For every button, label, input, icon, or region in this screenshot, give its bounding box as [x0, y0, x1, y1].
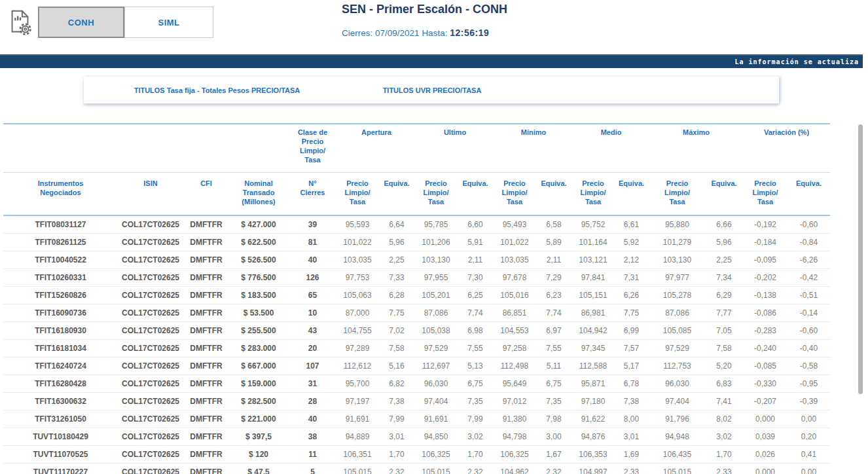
cell-variacion-equiva: 0,00 — [787, 463, 830, 474]
cell-medio-equiva: 3,01 — [613, 428, 649, 445]
cell-minimo-precio: 106,325 — [494, 445, 535, 463]
cell-ultimo-equiva: 5,91 — [456, 233, 494, 251]
closures-line: Cierres: 07/09/2021 Hasta: 12:56:19 — [342, 27, 708, 38]
header-minimo-equiva: Equiva. — [535, 172, 573, 215]
cell-nominal: $ 282.500 — [229, 392, 288, 410]
instruments-table-wrap: Clase de Precio Limpio/ Tasa Apertura Ul… — [3, 123, 830, 474]
cell-instrumento: TFIT08261125 — [3, 233, 118, 251]
table-row[interactable]: TFIT08031127COL17CT02625DMFTFR$ 427.0003… — [3, 215, 830, 233]
cell-cierres: 31 — [288, 374, 337, 392]
cell-isin: COL17CT02625 — [118, 215, 183, 233]
table-row[interactable]: TUVT10180429COL17CT02625DMFTFR$ 397,5389… — [3, 428, 830, 445]
cell-maximo-equiva: 7,34 — [705, 268, 743, 286]
cell-maximo-equiva: 6,83 — [705, 374, 743, 392]
cell-variacion-equiva: 0,00 — [787, 410, 830, 428]
siml-button[interactable]: SIML — [124, 7, 213, 38]
header-cfi: CFI — [183, 172, 229, 215]
table-row[interactable]: TUVT11070525COL17CT02625DMFTFR$ 12011106… — [3, 445, 830, 463]
table-row[interactable]: TFIT16090736COL17CT02625DMFTFR$ 53.50010… — [3, 304, 830, 321]
cell-isin: COL17CT02625 — [118, 268, 183, 286]
cell-apertura-equiva: 7,02 — [378, 321, 416, 339]
table-row[interactable]: TFIT16181034COL17CT02625DMFTFR$ 283.0002… — [3, 339, 830, 357]
cell-cierres: 81 — [288, 233, 337, 251]
cell-maximo-precio: 95,880 — [649, 215, 705, 233]
cell-apertura-equiva: 2,25 — [378, 251, 416, 268]
vertical-scrollbar[interactable] — [858, 105, 863, 474]
cell-minimo-precio: 86,851 — [494, 304, 535, 321]
tab-titulos-tasa-fija[interactable]: TITULOS Tasa fija - Totales Pesos PRECIO… — [84, 77, 350, 103]
sheet-tabbar: TITULOS Tasa fija - Totales Pesos PRECIO… — [84, 77, 779, 103]
table-row[interactable]: TFIT16280428COL17CT02625DMFTFR$ 159.0003… — [3, 374, 830, 392]
table-row[interactable]: TFIT16180930COL17CT02625DMFTFR$ 255.5004… — [3, 321, 830, 339]
cell-ultimo-precio: 101,206 — [416, 233, 456, 251]
cell-instrumento: TFIT16300632 — [3, 392, 118, 410]
cell-minimo-precio: 94,798 — [494, 428, 535, 445]
cell-variacion-precio: 0,000 — [743, 463, 787, 474]
cell-ultimo-equiva: 6,98 — [456, 321, 494, 339]
cell-medio-equiva: 8,00 — [613, 410, 649, 428]
cell-medio-precio: 103,121 — [573, 251, 613, 268]
table-row[interactable]: TFIT10260331COL17CT02625DMFTFR$ 776.5001… — [3, 268, 830, 286]
report-settings-icon[interactable] — [5, 8, 35, 38]
cell-medio-precio: 97,345 — [573, 339, 613, 357]
cell-instrumento: TFIT10260331 — [3, 268, 118, 286]
cell-maximo-precio: 97,977 — [649, 268, 705, 286]
cell-apertura-precio: 101,022 — [337, 233, 378, 251]
cell-cfi: DMFTFR — [183, 321, 229, 339]
cell-variacion-precio: -0,086 — [743, 304, 787, 321]
cell-apertura-precio: 106,351 — [337, 445, 378, 463]
ticker-text: La información se actualiza — [0, 56, 863, 68]
header-group-apertura: Apertura — [337, 124, 416, 172]
cell-maximo-precio: 106,435 — [649, 445, 705, 463]
cell-cfi: DMFTFR — [183, 357, 229, 374]
cell-variacion-equiva: 0,20 — [787, 428, 830, 445]
cell-minimo-equiva: 7,74 — [535, 304, 573, 321]
cell-apertura-equiva: 3,01 — [378, 428, 416, 445]
vertical-scrollbar-thumb[interactable] — [858, 124, 863, 394]
sen-window: CONH SIML SEN - Primer Escalón - CONH Ci… — [0, 0, 868, 474]
header-cierres: N° Cierres — [288, 172, 337, 215]
cell-variacion-precio: -0,330 — [743, 374, 787, 392]
table-row[interactable]: TFIT15260826COL17CT02625DMFTFR$ 183.5006… — [3, 286, 830, 304]
cell-cfi: DMFTFR — [183, 268, 229, 286]
cell-medio-equiva: 2,12 — [613, 251, 649, 268]
table-row[interactable]: TFIT16300632COL17CT02625DMFTFR$ 282.5002… — [3, 392, 830, 410]
table-row[interactable]: TFIT08261125COL17CT02625DMFTFR$ 622.5008… — [3, 233, 830, 251]
header-group-maximo: Máximo — [649, 124, 743, 172]
cell-variacion-precio: 0,039 — [743, 428, 787, 445]
conh-button[interactable]: CONH — [38, 7, 124, 38]
cell-apertura-precio: 105,015 — [337, 463, 378, 474]
cell-medio-precio: 95,871 — [573, 374, 613, 392]
cell-cierres: 10 — [288, 304, 337, 321]
cell-isin: COL17CT02625 — [118, 286, 183, 304]
table-row[interactable]: TUVT11170227COL17CT02625DMFTFR$ 47,55105… — [3, 463, 830, 474]
cell-apertura-precio: 87,000 — [337, 304, 378, 321]
table-row[interactable]: TFIT31261050COL17CT02625DMFTFR$ 221.0004… — [3, 410, 830, 428]
cell-ultimo-precio: 105,201 — [416, 286, 456, 304]
cell-ultimo-equiva: 7,74 — [456, 304, 494, 321]
tab-titulos-uvr[interactable]: TITULOS UVR PRECIO/TASA — [350, 77, 514, 103]
cell-apertura-precio: 104,755 — [337, 321, 378, 339]
header-group-medio: Medio — [573, 124, 649, 172]
cell-minimo-precio: 97,012 — [494, 392, 535, 410]
header-nominal: Nominal Transado (Millones) — [229, 172, 288, 215]
cell-variacion-equiva: -0,58 — [787, 357, 830, 374]
cell-cierres: 11 — [288, 445, 337, 463]
cell-medio-equiva: 5,17 — [613, 357, 649, 374]
cell-apertura-equiva: 6,64 — [378, 215, 416, 233]
cell-medio-precio: 105,151 — [573, 286, 613, 304]
table-row[interactable]: TFIT16240724COL17CT02625DMFTFR$ 667.0001… — [3, 357, 830, 374]
cell-minimo-equiva: 6,97 — [535, 321, 573, 339]
cell-medio-precio: 91,622 — [573, 410, 613, 428]
cell-apertura-precio: 91,691 — [337, 410, 378, 428]
cell-maximo-precio: 97,404 — [649, 392, 705, 410]
header-maximo-equiva: Equiva. — [705, 172, 743, 215]
cell-medio-equiva: 7,75 — [613, 304, 649, 321]
cell-variacion-precio: -0,085 — [743, 357, 787, 374]
cell-minimo-precio: 97,678 — [494, 268, 535, 286]
cell-variacion-equiva: -0,95 — [787, 374, 830, 392]
cell-apertura-precio: 97,753 — [337, 268, 378, 286]
header-variacion-precio: Precio Limpio/ Tasa — [743, 172, 787, 215]
cell-instrumento: TFIT16240724 — [3, 357, 118, 374]
table-row[interactable]: TFIT10040522COL17CT02625DMFTFR$ 526.5004… — [3, 251, 830, 268]
